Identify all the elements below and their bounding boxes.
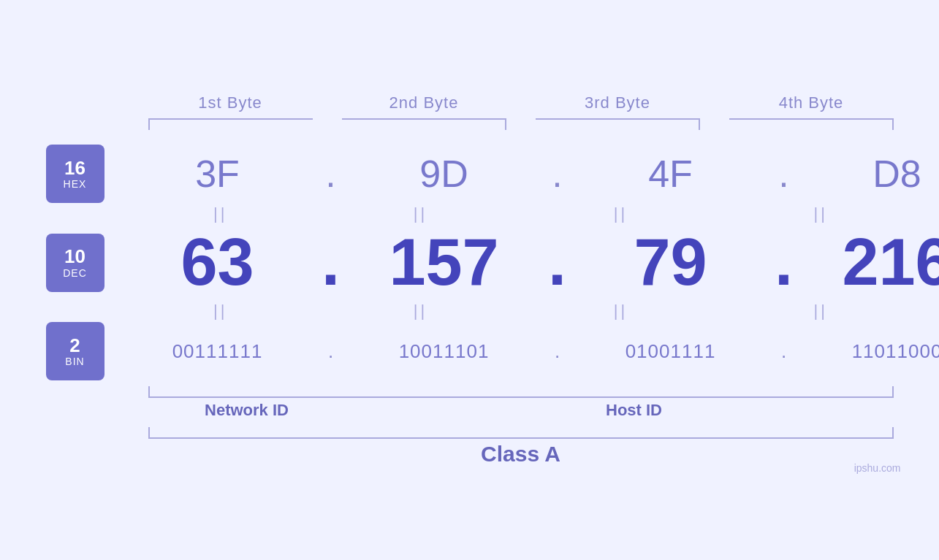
dec-dot-3: . (775, 226, 793, 299)
host-id-label: Host ID (360, 401, 908, 420)
hex-dot-2: . (552, 153, 562, 195)
bin-val-3: 01001111 (626, 340, 716, 362)
dec-dot-2: . (548, 226, 566, 299)
dec-row: 10 DEC 63 . 157 . 79 . 216 (31, 225, 908, 300)
bin-val-2: 10011101 (399, 340, 490, 362)
class-label: Class A (134, 442, 908, 467)
hex-val-4: D8 (873, 153, 921, 195)
byte-label-1: 1st Byte (134, 93, 327, 112)
bin-base-label: BIN (65, 356, 84, 367)
byte-label-4: 4th Byte (715, 93, 908, 112)
eq-3: || (533, 204, 708, 223)
dec-label-box: 10 DEC (46, 234, 104, 292)
hex-val-2: 9D (419, 153, 468, 195)
byte-label-2: 2nd Byte (327, 93, 521, 112)
bracket-top-4 (715, 118, 908, 130)
eq-7: || (533, 302, 708, 321)
bin-val-4: 11011000 (852, 340, 939, 362)
class-bracket (134, 427, 908, 439)
bracket-top-3 (521, 118, 715, 130)
eq-2: || (333, 204, 508, 223)
network-id-label: Network ID (134, 401, 360, 420)
hex-row: 16 HEX 3F . 9D . 4F . D8 (31, 145, 908, 203)
class-label-row: Class A (134, 442, 908, 467)
bracket-bottom-network (134, 386, 360, 398)
dec-dot-1: . (322, 226, 340, 299)
eq-6: || (333, 302, 508, 321)
bin-val-1: 00111111 (172, 340, 263, 362)
dec-val-1: 63 (180, 226, 254, 299)
watermark: ipshu.com (854, 462, 901, 474)
bracket-top-2 (327, 118, 521, 130)
dec-val-2: 157 (389, 226, 498, 299)
dec-val-4: 216 (842, 226, 939, 299)
eq-5: || (134, 302, 308, 321)
bin-row: 2 BIN 00111111 . 10011101 . 01001111 . 1… (31, 322, 908, 380)
hex-base-label: HEX (64, 178, 87, 190)
bracket-bottom-row (134, 386, 908, 398)
eq-1: || (134, 204, 308, 223)
eq-8: || (734, 302, 908, 321)
bin-dot-3: . (781, 340, 786, 362)
hex-dot-3: . (778, 153, 788, 195)
bin-dot-2: . (555, 340, 560, 362)
eq-4: || (734, 204, 908, 223)
dec-base-num: 10 (64, 246, 85, 267)
hex-label-box: 16 HEX (46, 145, 104, 203)
bin-label-box: 2 BIN (46, 322, 104, 380)
equals-row-2: || || || || (134, 300, 908, 322)
hex-dot-1: . (325, 153, 335, 195)
hex-val-1: 3F (195, 153, 240, 195)
bin-base-num: 2 (69, 335, 80, 356)
byte-label-3: 3rd Byte (521, 93, 715, 112)
class-bracket-row (134, 427, 908, 439)
id-labels-row: Network ID Host ID (134, 401, 908, 420)
hex-base-num: 16 (64, 158, 85, 179)
bin-dot-1: . (328, 340, 333, 362)
equals-row-1: || || || || (134, 203, 908, 225)
hex-val-3: 4F (648, 153, 693, 195)
bracket-top-1 (134, 118, 327, 130)
dec-base-label: DEC (63, 267, 87, 279)
dec-val-3: 79 (634, 226, 707, 299)
bracket-bottom-host (360, 386, 908, 398)
